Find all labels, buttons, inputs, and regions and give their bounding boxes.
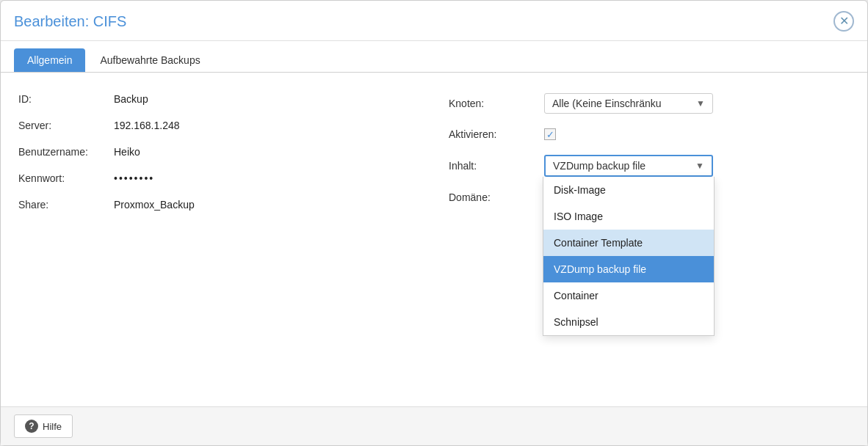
tab-allgemein[interactable]: Allgemein (14, 48, 85, 72)
label-domaene: Domäne: (449, 191, 544, 203)
label-knoten: Knoten: (449, 98, 544, 109)
label-aktivieren: Aktivieren: (449, 128, 544, 140)
label-kennwort: Kennwort: (18, 172, 114, 184)
field-share: Share: Proxmox_Backup (18, 199, 419, 211)
dialog-header: Bearbeiten: CIFS ✕ (1, 1, 867, 41)
value-benutzername: Heiko (114, 146, 140, 158)
value-server: 192.168.1.248 (114, 120, 180, 131)
form-left-column: ID: Backup Server: 192.168.1.248 Benutze… (18, 93, 419, 225)
tab-backups[interactable]: Aufbewahrte Backups (87, 48, 213, 72)
inhalt-select-value: VZDump backup file (553, 160, 645, 172)
dropdown-item-disk-image[interactable]: Disk-Image (543, 177, 714, 203)
label-benutzername: Benutzername: (18, 146, 114, 158)
dropdown-item-iso-image[interactable]: ISO Image (543, 203, 714, 230)
edit-dialog: Bearbeiten: CIFS ✕ Allgemein Aufbewahrte… (0, 0, 868, 446)
help-icon: ? (25, 420, 38, 433)
value-share: Proxmox_Backup (114, 199, 195, 211)
field-server: Server: 192.168.1.248 (18, 120, 419, 131)
close-button[interactable]: ✕ (833, 11, 854, 32)
dropdown-item-container-template[interactable]: Container Template (543, 230, 714, 256)
inhalt-select[interactable]: VZDump backup file ▼ (544, 155, 713, 177)
knoten-select[interactable]: Alle (Keine Einschränku ▼ (544, 93, 713, 114)
dropdown-item-vzdump[interactable]: VZDump backup file (543, 256, 714, 282)
knoten-select-value: Alle (Keine Einschränku (552, 98, 662, 109)
field-kennwort: Kennwort: •••••••• (18, 172, 419, 184)
form-right-column: Knoten: Alle (Keine Einschränku ▼ Aktivi… (449, 93, 850, 225)
field-benutzername: Benutzername: Heiko (18, 146, 419, 158)
form-area: ID: Backup Server: 192.168.1.248 Benutze… (1, 73, 867, 240)
chevron-down-icon-inhalt: ▼ (695, 161, 704, 171)
field-id: ID: Backup (18, 93, 419, 105)
label-server: Server: (18, 120, 114, 131)
inhalt-dropdown-menu: Disk-Image ISO Image Container Template … (543, 177, 715, 336)
inhalt-dropdown-wrapper: VZDump backup file ▼ Disk-Image ISO Imag… (544, 155, 713, 177)
label-share: Share: (18, 199, 114, 211)
label-inhalt: Inhalt: (449, 160, 544, 172)
dialog-footer: ? Hilfe (1, 406, 867, 445)
close-icon: ✕ (839, 15, 849, 27)
dropdown-item-container[interactable]: Container (543, 282, 714, 309)
field-knoten: Knoten: Alle (Keine Einschränku ▼ (449, 93, 850, 114)
help-label: Hilfe (43, 421, 62, 432)
label-id: ID: (18, 93, 114, 105)
chevron-down-icon: ▼ (696, 98, 705, 109)
dialog-title: Bearbeiten: CIFS (14, 13, 126, 30)
aktivieren-checkbox[interactable]: ✓ (544, 128, 556, 140)
field-aktivieren: Aktivieren: ✓ (449, 128, 850, 140)
tab-bar: Allgemein Aufbewahrte Backups (1, 41, 867, 73)
dropdown-item-schnipsel[interactable]: Schnipsel (543, 309, 714, 335)
help-button[interactable]: ? Hilfe (14, 414, 73, 438)
value-kennwort: •••••••• (114, 172, 154, 184)
form-grid: ID: Backup Server: 192.168.1.248 Benutze… (18, 93, 850, 225)
value-id: Backup (114, 93, 148, 105)
checkbox-icon[interactable]: ✓ (544, 128, 556, 140)
field-inhalt: Inhalt: VZDump backup file ▼ Disk-Image … (449, 155, 850, 177)
